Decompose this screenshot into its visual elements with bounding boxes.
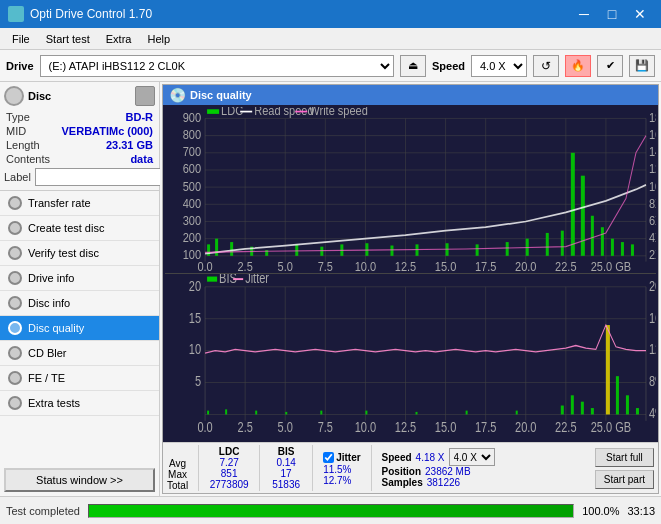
svg-text:Read speed: Read speed — [254, 107, 313, 118]
samples-val: 381226 — [427, 477, 460, 488]
svg-text:0.0: 0.0 — [197, 420, 212, 436]
svg-rect-108 — [561, 406, 564, 415]
sidebar-item-fe-te[interactable]: FE / TE — [0, 366, 159, 391]
maximize-button[interactable]: □ — [599, 4, 625, 24]
speed-stat-val: 4.18 X — [416, 452, 445, 463]
svg-rect-113 — [616, 376, 619, 414]
svg-text:12.5: 12.5 — [395, 259, 417, 273]
disc-panel: Disc Type BD-R MID VERBATIMc (000) Lengt… — [0, 82, 159, 191]
sidebar-item-transfer-rate[interactable]: Transfer rate — [0, 191, 159, 216]
svg-rect-32 — [416, 244, 419, 255]
speed-stat-select[interactable]: 4.0 X — [449, 448, 495, 466]
svg-text:18X: 18X — [649, 110, 656, 125]
svg-text:10: 10 — [189, 342, 201, 358]
extra-tests-icon — [8, 396, 22, 410]
svg-text:300: 300 — [183, 213, 202, 228]
disc-quality-icon — [8, 321, 22, 335]
disc-quality-header-icon: 💿 — [169, 87, 186, 103]
progress-percent: 100.0% — [582, 505, 619, 517]
svg-rect-45 — [631, 244, 634, 255]
svg-text:15: 15 — [189, 310, 201, 326]
svg-text:10X: 10X — [649, 179, 656, 194]
sidebar-item-create-test-disc[interactable]: Create test disc — [0, 216, 159, 241]
ldc-total: 2773809 — [210, 479, 249, 490]
sidebar-item-extra-tests[interactable]: Extra tests — [0, 391, 159, 416]
disc-length-val: 23.31 GB — [106, 139, 153, 151]
disc-label-row: Label ⚙ — [4, 168, 155, 186]
svg-rect-38 — [561, 231, 564, 256]
svg-rect-103 — [320, 411, 322, 415]
app-icon — [8, 6, 24, 22]
menu-start-test[interactable]: Start test — [38, 31, 98, 47]
verify-button[interactable]: ✔ — [597, 55, 623, 77]
disc-details-button[interactable] — [135, 86, 155, 106]
sidebar-item-verify-test-disc[interactable]: Verify test disc — [0, 241, 159, 266]
titlebar-left: Opti Drive Control 1.70 — [8, 6, 152, 22]
speed-select[interactable]: 4.0 X — [471, 55, 527, 77]
save-button[interactable]: 💾 — [629, 55, 655, 77]
svg-text:12%: 12% — [649, 342, 656, 358]
close-button[interactable]: ✕ — [627, 4, 653, 24]
svg-text:12.5: 12.5 — [395, 420, 416, 436]
disc-length-key: Length — [6, 139, 40, 151]
status-window-button[interactable]: Status window >> — [4, 468, 155, 492]
start-part-button[interactable]: Start part — [595, 470, 654, 489]
menu-help[interactable]: Help — [139, 31, 178, 47]
svg-text:25.0 GB: 25.0 GB — [591, 420, 631, 436]
svg-text:15.0: 15.0 — [435, 420, 456, 436]
minimize-button[interactable]: ─ — [571, 4, 597, 24]
sidebar-item-drive-info[interactable]: Drive info — [0, 266, 159, 291]
menu-extra[interactable]: Extra — [98, 31, 140, 47]
total-label: Total — [167, 480, 188, 491]
sidebar-item-disc-quality[interactable]: Disc quality — [0, 316, 159, 341]
disc-type-val: BD-R — [126, 111, 154, 123]
progress-fill — [89, 505, 573, 517]
menu-file[interactable]: File — [4, 31, 38, 47]
disc-contents-key: Contents — [6, 153, 50, 165]
bis-header: BIS — [278, 446, 295, 457]
cd-bler-icon — [8, 346, 22, 360]
svg-rect-136 — [207, 277, 217, 282]
svg-rect-106 — [466, 411, 468, 415]
svg-rect-100 — [225, 409, 227, 414]
svg-text:5.0: 5.0 — [278, 420, 293, 436]
eject-button[interactable]: ⏏ — [400, 55, 426, 77]
svg-text:10.0: 10.0 — [355, 420, 376, 436]
start-full-button[interactable]: Start full — [595, 448, 654, 467]
disc-type-row: Type BD-R — [4, 110, 155, 124]
sidebar-item-cd-bler[interactable]: CD Bler — [0, 341, 159, 366]
burn-button[interactable]: 🔥 — [565, 55, 591, 77]
svg-text:15.0: 15.0 — [435, 259, 457, 273]
svg-text:0.0: 0.0 — [197, 259, 213, 273]
svg-text:900: 900 — [183, 110, 202, 125]
svg-rect-81 — [165, 274, 656, 440]
svg-text:600: 600 — [183, 162, 202, 177]
jitter-checkbox[interactable] — [323, 452, 334, 463]
position-val: 23862 MB — [425, 466, 471, 477]
svg-text:2.5: 2.5 — [238, 420, 253, 436]
refresh-button[interactable]: ↺ — [533, 55, 559, 77]
sidebar-item-disc-info[interactable]: Disc info — [0, 291, 159, 316]
progress-time: 33:13 — [627, 505, 655, 517]
svg-text:20.0: 20.0 — [515, 259, 537, 273]
svg-text:20%: 20% — [649, 278, 656, 294]
svg-rect-114 — [626, 395, 629, 414]
disc-label-input[interactable] — [35, 168, 179, 186]
svg-text:LDC: LDC — [221, 107, 243, 118]
drive-select[interactable]: (E:) ATAPI iHBS112 2 CL0K — [40, 55, 394, 77]
ldc-max: 851 — [221, 468, 238, 479]
svg-text:500: 500 — [183, 179, 202, 194]
svg-text:2X: 2X — [649, 248, 656, 263]
bis-avg: 0.14 — [276, 457, 295, 468]
svg-text:20: 20 — [189, 278, 201, 294]
svg-text:7.5: 7.5 — [318, 259, 334, 273]
svg-text:12X: 12X — [649, 162, 656, 177]
svg-text:2.5: 2.5 — [238, 259, 254, 273]
disc-label-key: Label — [4, 171, 31, 183]
sidebar-item-label-create-test-disc: Create test disc — [28, 222, 104, 234]
sidebar-item-label-cd-bler: CD Bler — [28, 347, 67, 359]
sidebar-item-label-verify-test-disc: Verify test disc — [28, 247, 99, 259]
svg-rect-28 — [320, 247, 323, 256]
svg-text:16%: 16% — [649, 310, 656, 326]
sidebar-item-label-fe-te: FE / TE — [28, 372, 65, 384]
